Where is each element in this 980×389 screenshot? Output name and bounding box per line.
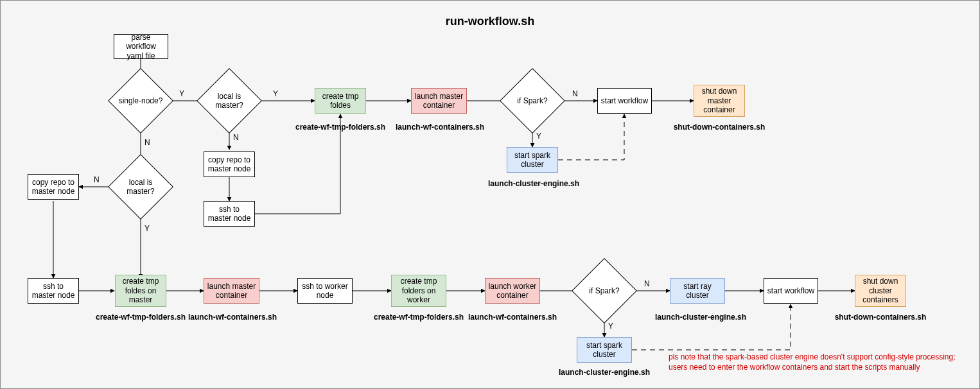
edge-label-y: Y [179,89,184,98]
edge-label-n: N [94,175,100,184]
node-start-spark-1: start spark cluster [507,147,558,173]
node-local-is-master-2: local is master? [118,164,164,210]
node-create-tmp-1: create tmp foldes [315,88,366,114]
node-start-spark-2: start spark cluster [577,337,632,363]
node-parse-yaml: parse workflow yaml file [114,34,168,59]
caption-launch-worker: launch-wf-containers.sh [461,313,564,322]
edge-label-y: Y [144,224,150,233]
caption-shut-down-2: shut-down-containers.sh [829,313,932,322]
node-local-is-master-2-label: local is master? [118,164,164,210]
node-if-spark-2-label: if Spark? [581,268,627,314]
caption-start-ray: launch-cluster-engine.sh [643,313,758,322]
node-start-workflow-2: start workflow [764,278,818,304]
node-launch-master-1: launch master container [411,88,467,114]
caption-create-tmp-master: create-wf-tmp-folders.sh [89,313,192,322]
node-create-tmp-master: create tmp foldes on master [115,275,166,307]
edge-label-n: N [233,133,239,142]
caption-start-spark-1: launch-cluster-engine.sh [476,179,591,188]
node-shut-down-1: shut down master container [694,85,745,117]
node-if-spark-2: if Spark? [581,268,627,314]
node-if-spark-1-label: if Spark? [509,78,556,124]
edge-label-y: Y [536,132,541,141]
node-ssh-worker: ssh to worker node [297,278,353,304]
caption-launch-master-1: launch-wf-containers.sh [389,123,491,132]
node-create-tmp-worker: create tmp folders on worker [391,275,446,307]
node-shut-down-2: shut down cluster containers [855,275,906,307]
note-spark-warning: pls note that the spark-based cluster en… [669,352,970,372]
node-ssh-master-2: ssh to master node [28,278,79,304]
caption-create-tmp-1: create-wf-tmp-folders.sh [289,123,392,132]
edge-label-y: Y [608,322,613,331]
diagram-title: run-workflow.sh [1,15,979,28]
edge-label-y: Y [273,89,278,98]
node-copy-repo-2: copy repo to master node [28,174,79,200]
edge-label-n: N [572,89,578,98]
edge-label-n: N [144,138,150,147]
node-launch-worker: launch worker container [485,278,540,304]
node-if-spark-1: if Spark? [509,78,556,124]
caption-start-spark-2: launch-cluster-engine.sh [547,368,662,377]
node-copy-repo-1: copy repo to master node [204,151,255,177]
edge-label-n: N [644,279,650,288]
node-ssh-master-1: ssh to master node [204,201,255,227]
caption-create-tmp-worker: create-wf-tmp-folders.sh [367,313,470,322]
caption-launch-master-2: launch-wf-containers.sh [181,313,284,322]
node-single-node-label: single-node? [118,78,164,124]
diagram-canvas: run-workflow.sh [0,0,980,389]
caption-shut-down-1: shut-down-containers.sh [668,123,771,132]
node-start-ray: start ray cluster [670,278,725,304]
node-local-is-master-1: local is master? [206,78,252,124]
node-start-workflow-1: start workflow [597,88,652,114]
node-launch-master-2: launch master container [204,278,259,304]
node-single-node: single-node? [118,78,164,124]
node-local-is-master-1-label: local is master? [206,78,252,124]
